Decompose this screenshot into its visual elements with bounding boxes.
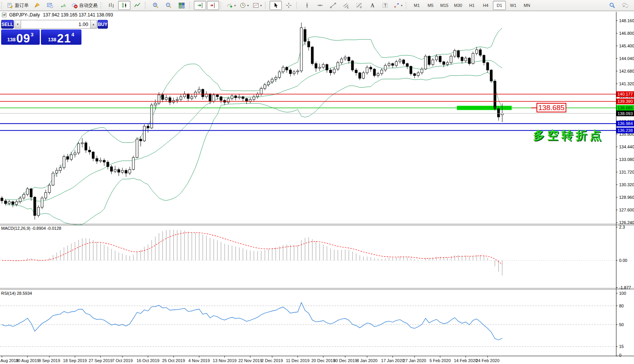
market-watch-button[interactable] [44, 1, 56, 10]
svg-text:140.177: 140.177 [618, 92, 633, 96]
svg-text:142.680: 142.680 [619, 69, 634, 73]
toolbar-grip[interactable] [296, 2, 299, 9]
labelT-icon: T [382, 2, 388, 8]
hline-icon [317, 2, 323, 8]
sell-price-pip: 3 [31, 32, 33, 37]
svg-text:18 Sep 2019: 18 Sep 2019 [63, 358, 87, 363]
vline-icon [304, 2, 310, 8]
svg-text:2 Dec 2019: 2 Dec 2019 [262, 358, 283, 363]
svg-text:-1.877: -1.877 [619, 285, 631, 290]
signals-button[interactable] [57, 1, 69, 10]
line-chart-mode-button[interactable] [131, 1, 143, 10]
svg-text:16 Oct 2019: 16 Oct 2019 [137, 358, 159, 363]
timeframe-mn-button[interactable]: MN [520, 1, 533, 10]
price-annotation-box[interactable]: 138.685 [536, 103, 566, 112]
toolbar-grip[interactable] [1, 2, 3, 9]
buy-button[interactable]: BUY [98, 20, 108, 29]
symbol-info: GBPJPY-,Daily 137.942 139.165 137.141 13… [2, 12, 113, 18]
bar-chart-mode-button[interactable] [105, 1, 117, 10]
trendline-tool-button[interactable] [327, 1, 339, 10]
horizontal-line-tool-button[interactable] [314, 1, 326, 10]
vertical-line-tool-button[interactable] [301, 1, 313, 10]
turning-point-label: 多空转折点 [533, 128, 604, 143]
svg-text:T: T [384, 3, 387, 8]
arrows-tool-button[interactable]: ▾ [392, 1, 404, 10]
buy-price-big: 21 [57, 33, 71, 44]
volume-increase-button[interactable]: ▴ [90, 20, 97, 29]
sell-price-big: 09 [16, 33, 30, 44]
zoom-in-button[interactable] [150, 1, 162, 10]
timeframe-h1-button[interactable]: H1 [465, 1, 478, 10]
timeframe-m30-button[interactable]: M30 [452, 1, 465, 10]
zoom-out-icon [166, 2, 172, 8]
svg-text:127.600: 127.600 [619, 208, 634, 212]
label-tool-button[interactable]: T [379, 1, 391, 10]
symbol-ohlc-values: 137.942 139.165 137.141 138.093 [43, 12, 113, 18]
auto-trading-label: 自动交易 [79, 2, 98, 9]
auto-scroll-button[interactable] [194, 1, 206, 10]
svg-text:148.160: 148.160 [619, 18, 634, 23]
svg-text:14 Feb 2020: 14 Feb 2020 [454, 358, 478, 363]
chart-shift-button[interactable] [207, 1, 219, 10]
cursor-button[interactable] [270, 1, 282, 10]
timeframe-m1-button[interactable]: M1 [410, 1, 423, 10]
sell-quote[interactable]: 138 09 3 [1, 29, 40, 45]
price-chart[interactable]: 148.160146.800145.400144.040142.680141.3… [0, 11, 634, 364]
price-badge: 138.685 [616, 105, 634, 111]
chevron-down-icon: ▾ [401, 4, 402, 7]
price-badge: 136.984 [616, 121, 634, 127]
toolbar-grip[interactable] [145, 2, 147, 9]
volume-decrease-button[interactable]: ▾ [15, 20, 21, 29]
toolbar-grip[interactable] [406, 2, 408, 9]
order-icon [7, 2, 13, 8]
svg-text:F: F [360, 6, 362, 9]
timeframe-d1-button[interactable]: D1 [493, 1, 506, 10]
svg-text:144.040: 144.040 [619, 56, 634, 61]
text-tool-button[interactable]: A [366, 1, 378, 10]
periods-button[interactable]: ▾ [238, 1, 250, 10]
svg-text:25 Oct 2019: 25 Oct 2019 [162, 358, 185, 363]
svg-text:145.400: 145.400 [619, 44, 634, 48]
volume-input[interactable] [21, 20, 90, 29]
timeframe-m15-button[interactable]: M15 [438, 1, 451, 10]
new-order-button[interactable]: 新订单 [6, 1, 30, 10]
price-badge: 140.177 [616, 91, 634, 97]
svg-text:134.440: 134.440 [619, 145, 634, 149]
crosshair-button[interactable] [283, 1, 295, 10]
timeframe-m5-button[interactable]: M5 [424, 1, 437, 10]
community-chat-button[interactable] [619, 1, 631, 10]
indicators-list-button[interactable]: ▾ [225, 1, 237, 10]
bars-icon [108, 2, 114, 8]
rsi-label: RSI(14) 28.5934 [1, 291, 32, 296]
timeframe-w1-button[interactable]: W1 [507, 1, 520, 10]
textA-icon: A [369, 2, 375, 8]
toolbar-grip[interactable] [189, 2, 192, 9]
fibonacci-tool-button[interactable]: F [353, 1, 365, 10]
timeframe-h4-button[interactable]: H4 [479, 1, 492, 10]
candle-chart-mode-button[interactable] [118, 1, 130, 10]
toolbar-grip[interactable] [101, 2, 103, 9]
sell-button[interactable]: SELL [1, 20, 14, 29]
svg-text:50: 50 [619, 322, 624, 327]
svg-text:136.238: 136.238 [618, 128, 633, 133]
chevron-down-icon: ▾ [260, 4, 262, 7]
channel-tool-button[interactable]: E [340, 1, 352, 10]
buy-quote[interactable]: 138 21 4 [41, 29, 81, 45]
toolbar-grip[interactable] [265, 2, 267, 9]
svg-text:11 Dec 2019: 11 Dec 2019 [286, 358, 310, 363]
indicators-icon [227, 2, 233, 8]
zoom-out-button[interactable] [163, 1, 175, 10]
price-badge: 139.390 [616, 99, 634, 104]
autotrade-icon [72, 2, 78, 8]
metaeditor-button[interactable] [31, 1, 43, 10]
tline-icon [330, 2, 336, 8]
tile-windows-button[interactable] [176, 1, 188, 10]
shift-icon [210, 2, 216, 8]
svg-text:27 Sep 2019: 27 Sep 2019 [89, 358, 112, 363]
templates-button[interactable]: ▾ [251, 1, 263, 10]
toolbar-grip[interactable] [221, 2, 223, 9]
svg-text:136.984: 136.984 [618, 121, 633, 126]
search-button[interactable] [606, 1, 618, 10]
chart-window[interactable]: 148.160146.800145.400144.040142.680141.3… [0, 11, 634, 364]
auto-trading-button[interactable]: 自动交易 [70, 1, 99, 10]
